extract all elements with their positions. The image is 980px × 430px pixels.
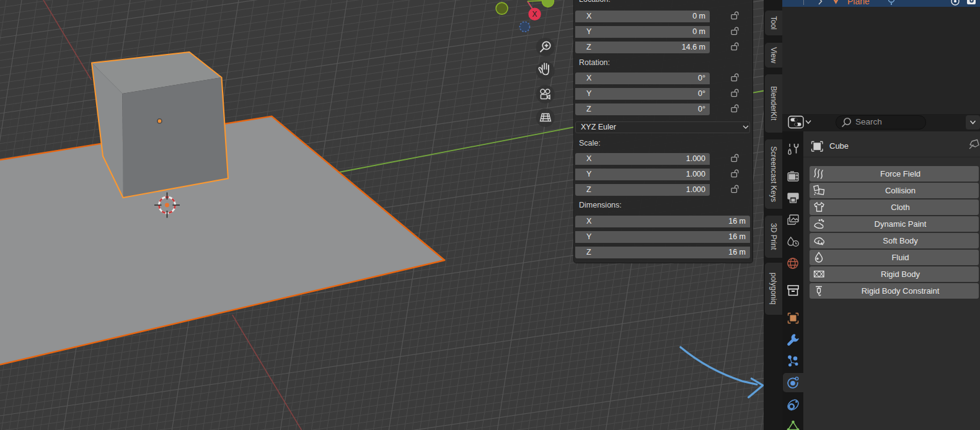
svg-text:X: X <box>532 10 537 19</box>
